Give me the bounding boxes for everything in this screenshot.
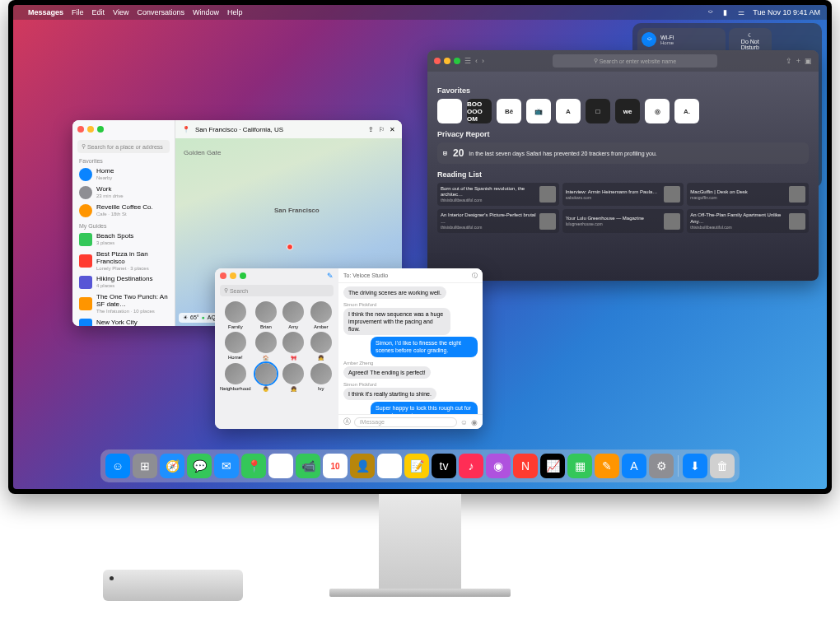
wifi-icon[interactable]: ⌔ [708,8,716,16]
menu-help[interactable]: Help [227,8,243,16]
new-tab-icon[interactable]: + [796,57,800,65]
dock-preferences[interactable]: ⚙ [649,454,674,478]
list-item[interactable]: Work23 min drive [72,184,175,202]
conversation-item[interactable]: 🎀 [281,332,306,361]
close-button[interactable] [220,272,226,279]
dock-calendar[interactable]: 10 [323,454,348,478]
emoji-icon[interactable]: ☺ [460,418,468,426]
reading-list-item[interactable]: Interview: Armin Heinemann from Paula…sa… [562,183,684,206]
privacy-report[interactable]: ⛨ 20 In the last seven days Safari has p… [437,142,809,164]
battery-icon[interactable]: ▮ [723,8,731,16]
tabs-icon[interactable]: ▣ [805,57,812,65]
dock-stocks[interactable]: 📈 [540,454,565,478]
close-button[interactable] [77,126,84,133]
list-item[interactable]: Hiking Destinations4 places [72,273,175,291]
address-bar[interactable]: ⚲ Search or enter website name [553,54,717,68]
reading-list-item[interactable]: Your Lulu Greenhouse — Magazinelulugreen… [562,209,684,232]
conversation-item[interactable]: Ivy [309,363,334,392]
menu-view[interactable]: View [113,8,128,16]
dock-tv[interactable]: tv [432,454,456,478]
sidebar-icon[interactable]: ☰ [464,57,471,65]
apps-icon[interactable]: Ⓐ [343,417,351,427]
dock-downloads[interactable]: ⬇ [683,454,707,478]
message-input[interactable]: iMessage [354,417,457,427]
compose-icon[interactable]: ✎ [327,272,334,280]
reading-list-item[interactable]: An Off-The-Plan Family Apartment Unlike … [687,209,809,232]
conversation-item[interactable]: Amber [309,301,334,329]
conversation-item[interactable]: 👨 [254,363,278,392]
list-item[interactable]: New York City2 places [72,316,175,326]
forward-icon[interactable]: › [482,57,484,65]
conversation-item[interactable]: 👧 [309,332,334,361]
dock-finder[interactable]: ☺ [105,454,130,478]
conversation-item[interactable]: Home! [220,332,251,361]
maps-close-icon[interactable]: ✕ [390,126,395,133]
dock-pages[interactable]: ✎ [595,454,619,478]
dock-maps[interactable]: 📍 [241,454,266,478]
dock-news[interactable]: N [513,454,538,478]
share-icon[interactable]: ⇪ [786,57,792,65]
favorite-site[interactable]: A [556,99,581,123]
menu-edit[interactable]: Edit [92,8,105,16]
dock-launchpad[interactable]: ⊞ [133,454,157,478]
dock-numbers[interactable]: ▦ [567,454,592,478]
dock-reminders[interactable]: ☰ [377,454,402,478]
reading-list-item[interactable]: MacGuffin | Desk on Deskmacguffin.com [687,183,809,206]
menu-file[interactable]: File [72,8,84,16]
favorite-site[interactable]: Bē [497,99,521,123]
favorite-site[interactable]: BOO OOO OM [467,99,492,123]
conversation-item[interactable]: Family [220,301,251,329]
favorite-site[interactable]: A. [674,99,699,123]
reading-list-item[interactable]: Born out of the Spanish revolution, the … [437,183,559,206]
dock-safari[interactable]: 🧭 [160,454,184,478]
favorite-site[interactable]: □ [586,99,610,123]
maps-bookmark-icon[interactable]: ⚐ [379,126,385,133]
cc-wifi[interactable]: ⌔ Wi-FiHome [642,32,721,47]
dock-music[interactable]: ♪ [459,454,483,478]
list-item[interactable]: Reveille Coffee Co.Cafe · 18th St [72,202,175,220]
details-icon[interactable]: ⓘ [472,272,478,280]
maps-search-input[interactable]: ⚲ Search for a place or address [77,140,170,153]
conversation-item[interactable]: 🏠 [254,332,278,361]
control-center-icon[interactable]: ⚌ [738,8,746,16]
map-pin[interactable] [287,244,293,250]
dock-notes[interactable]: 📝 [404,454,429,478]
minimize-button[interactable] [230,272,236,279]
back-icon[interactable]: ‹ [475,57,478,65]
zoom-button[interactable] [240,272,246,279]
zoom-button[interactable] [454,58,460,64]
conversation-item[interactable]: Brian [254,301,278,329]
dock-facetime[interactable]: 📹 [296,454,320,478]
dock-photos[interactable]: ✿ [268,454,293,478]
maps-share-icon[interactable]: ⇪ [368,126,374,133]
conversation-item[interactable]: Neighborhood [220,363,251,392]
minimize-button[interactable] [444,58,450,64]
app-menu[interactable]: Messages [28,8,63,16]
minimize-button[interactable] [87,126,94,133]
favorite-site[interactable]: 📺 [526,99,551,123]
wifi-toggle-icon[interactable]: ⌔ [642,32,656,47]
conversation-item[interactable]: Amy [281,301,306,329]
zoom-button[interactable] [97,126,104,133]
dock-messages[interactable]: 💬 [187,454,212,478]
voice-icon[interactable]: ◉ [471,418,478,426]
menu-conversations[interactable]: Conversations [137,8,184,16]
list-item[interactable]: The One Two Punch: An SF date…The Infatu… [72,291,175,316]
favorite-site[interactable]: ◎ [645,99,670,123]
favorite-site[interactable]: we [615,99,640,123]
favorite-site[interactable] [437,99,462,123]
close-button[interactable] [434,58,441,64]
list-item[interactable]: Beach Spots3 places [72,231,175,249]
list-item[interactable]: Best Pizza in San FranciscoLonely Planet… [72,249,175,273]
list-item[interactable]: HomeNearby [72,165,175,184]
dock-mail[interactable]: ✉ [214,454,239,478]
reading-list-item[interactable]: An Interior Designer's Picture-Perfect b… [437,209,559,232]
menu-window[interactable]: Window [193,8,219,16]
dock-trash[interactable]: 🗑 [710,454,735,478]
to-value[interactable]: Veloce Studio [352,272,388,278]
conversation-item[interactable]: 👧 [281,363,306,392]
dock-contacts[interactable]: 👤 [350,454,375,478]
clock[interactable]: Tue Nov 10 9:41 AM [753,8,820,16]
dock-appstore[interactable]: A [622,454,646,478]
messages-search-input[interactable]: ⚲ Search [220,285,334,296]
